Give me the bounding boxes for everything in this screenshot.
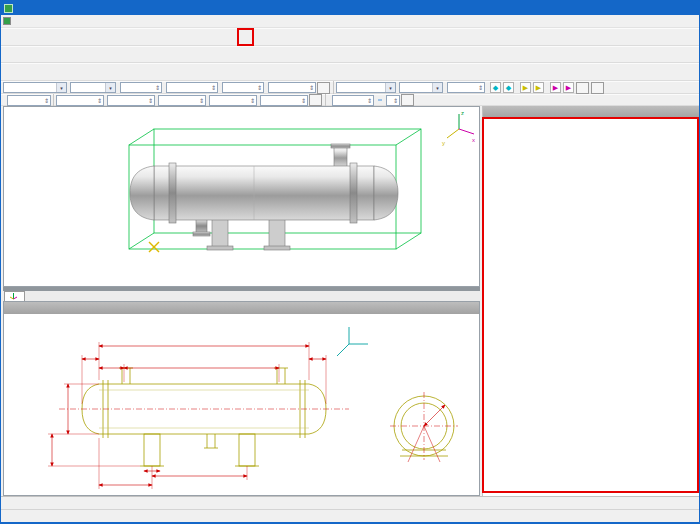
- parametric-diagram: [4, 314, 479, 495]
- svg-text:x: x: [472, 137, 475, 143]
- spinner-icon[interactable]: ⇕: [199, 97, 204, 104]
- angle-input[interactable]: ⇕: [447, 82, 485, 93]
- chevron-down-icon: ▾: [56, 83, 66, 92]
- delta-input[interactable]: ⇕: [120, 82, 162, 93]
- document-icon: [3, 17, 11, 25]
- param-undo-button[interactable]: [309, 94, 322, 106]
- document-tab-bar: [3, 287, 480, 301]
- parameter-panel-header: [4, 302, 479, 314]
- extension-lines: [48, 342, 326, 489]
- app-icon: [4, 4, 13, 13]
- viewport-3d[interactable]: z x y: [3, 106, 480, 287]
- bottom-nozzle[interactable]: [196, 219, 207, 233]
- spinner-icon[interactable]: ⇕: [211, 84, 216, 91]
- application-window: ▾ ▾ ⇕ ⇕ ⇕ ⇕ ▾ ▾ ⇕ ◆ ◆ ▶ ▶ ▶ ▶ ⇕ ⇕ ⇕ ⇕ ⇕: [0, 0, 700, 524]
- param-p1-input[interactable]: ⇕: [56, 95, 104, 106]
- bottom-tab-bar: [1, 496, 700, 509]
- param-delta-input[interactable]: ⇕: [7, 95, 51, 106]
- leg-baseplate[interactable]: [207, 246, 233, 250]
- properties-table: [483, 118, 700, 496]
- menu-bar: [1, 15, 699, 28]
- left-flange[interactable]: [169, 163, 176, 223]
- y-rotate-minus-icon[interactable]: ▶: [550, 82, 561, 93]
- svg-text:y: y: [442, 140, 445, 146]
- z-input[interactable]: ⇕: [268, 82, 316, 93]
- spinner-icon[interactable]: ⇕: [367, 97, 372, 104]
- chevron-down-icon: ▾: [105, 83, 115, 92]
- layer-select-2[interactable]: ▾: [399, 82, 443, 93]
- param-p3-input[interactable]: ⇕: [158, 95, 206, 106]
- support-leg[interactable]: [269, 219, 285, 249]
- tab-plant-area[interactable]: [4, 291, 25, 301]
- centerlines: [59, 392, 458, 460]
- spinner-icon[interactable]: ⇕: [478, 84, 483, 91]
- properties-panel-header: [483, 106, 700, 118]
- y-rotate-plus-icon[interactable]: ▶: [563, 82, 574, 93]
- parameter-panel: [3, 301, 480, 496]
- spinner-icon[interactable]: ⇕: [250, 97, 255, 104]
- toolbar-coordinates: ▾ ▾ ⇕ ⇕ ⇕ ⇕ ▾ ▾ ⇕ ◆ ◆ ▶ ▶ ▶ ▶: [1, 81, 699, 94]
- spinner-icon[interactable]: ⇕: [44, 97, 49, 104]
- right-head[interactable]: [374, 166, 398, 220]
- plant-select-2[interactable]: ▾: [336, 82, 396, 93]
- x-rotate-minus-icon[interactable]: ▶: [520, 82, 531, 93]
- top-nozzle[interactable]: [334, 147, 347, 167]
- heat-exchanger-model[interactable]: [130, 144, 398, 250]
- spinner-icon[interactable]: ⇕: [155, 84, 160, 91]
- z-move-plus-icon[interactable]: ◆: [503, 82, 514, 93]
- param-p4-input[interactable]: ⇕: [209, 95, 257, 106]
- chevron-down-icon: ▾: [385, 83, 395, 92]
- param-p5-input[interactable]: ⇕: [260, 95, 308, 106]
- plant-select[interactable]: ▾: [3, 82, 67, 93]
- right-flange[interactable]: [350, 163, 357, 223]
- undo-coordinate-button[interactable]: [317, 82, 330, 94]
- x-input[interactable]: ⇕: [166, 82, 218, 93]
- x-rotate-plus-icon[interactable]: ▶: [533, 82, 544, 93]
- spinner-icon[interactable]: ⇕: [301, 97, 306, 104]
- y-input[interactable]: ⇕: [222, 82, 264, 93]
- view-tab-icon: [10, 293, 17, 300]
- toolbar-standard: [1, 28, 699, 46]
- pick-marker-icon: [149, 242, 159, 252]
- undo-move-button[interactable]: [591, 82, 604, 94]
- support-leg[interactable]: [212, 219, 228, 249]
- svg-text:z: z: [461, 110, 464, 116]
- top-nozzle-flange[interactable]: [331, 144, 350, 148]
- toolbar-view: [1, 46, 699, 63]
- param-step-input[interactable]: ⇕: [332, 95, 374, 106]
- param-p2-input[interactable]: ⇕: [107, 95, 155, 106]
- properties-panel: [482, 106, 700, 496]
- spinner-icon[interactable]: ⇕: [148, 97, 153, 104]
- vessel-outline: [82, 368, 326, 466]
- fit-toggle-group: [378, 99, 382, 101]
- bottom-nozzle-flange[interactable]: [193, 232, 210, 236]
- z-move-minus-icon[interactable]: ◆: [490, 82, 501, 93]
- param-undo-2-button[interactable]: [401, 94, 414, 106]
- rotate-button[interactable]: [576, 82, 589, 94]
- spinner-icon[interactable]: ⇕: [393, 97, 398, 104]
- toolbar-parameters: ⇕ ⇕ ⇕ ⇕ ⇕ ⇕ ⇕ ⇕: [1, 94, 699, 106]
- spinner-icon[interactable]: ⇕: [97, 97, 102, 104]
- leg-baseplate[interactable]: [264, 246, 290, 250]
- shell[interactable]: [154, 166, 374, 220]
- dimension-lines: [52, 346, 445, 485]
- left-head[interactable]: [130, 166, 154, 220]
- title-bar: [1, 1, 699, 15]
- param-mini-input[interactable]: ⇕: [386, 95, 400, 106]
- axis-triad-icon: z x y: [442, 110, 475, 146]
- spinner-icon[interactable]: ⇕: [257, 84, 262, 91]
- layer-select[interactable]: ▾: [70, 82, 116, 93]
- status-bar: [1, 509, 700, 524]
- spinner-icon[interactable]: ⇕: [309, 84, 314, 91]
- chevron-down-icon: ▾: [432, 83, 442, 92]
- toolbar-axis: [1, 63, 699, 81]
- diagram-axis-icon: [337, 327, 368, 356]
- viewport-canvas[interactable]: z x y: [4, 107, 479, 286]
